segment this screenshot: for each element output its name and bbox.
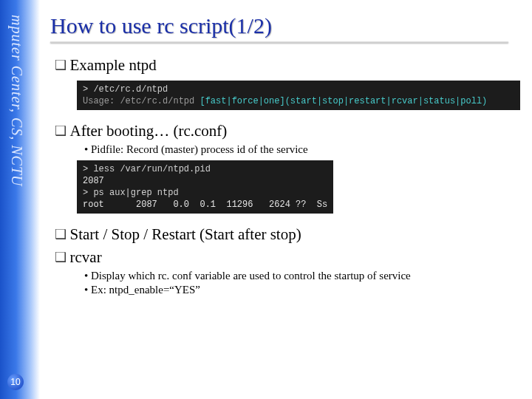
slide-content: How to use rc script(1/2) Example ntpd >… (50, 13, 523, 301)
term-usage-path: /etc/rc.d/ntpd (120, 96, 200, 106)
terminal-ntpd-usage: > /etc/rc.d/ntpd Usage: /etc/rc.d/ntpd [… (77, 81, 520, 110)
bullet-rcvar-display: Display which rc. conf variable are used… (84, 270, 523, 282)
section-heading-after-booting: After booting… (rc.conf) (55, 122, 523, 140)
section-heading-start-stop-restart: Start / Stop / Restart (Start after stop… (55, 225, 523, 244)
term-command: less /var/run/ntpd.pid (93, 164, 210, 174)
section-heading-rcvar: rcvar (55, 248, 523, 267)
slide-title: How to use rc script(1/2) (50, 13, 523, 38)
term-prompt: > (83, 84, 93, 95)
terminal-pid-ps: > less /var/run/ntpd.pid 2087 > ps aux|g… (77, 160, 333, 214)
term-prompt: > (83, 188, 93, 198)
bullet-rcvar-example: Ex: ntpd_enable=“YES” (84, 284, 523, 296)
section-heading-example-ntpd: Example ntpd (55, 56, 523, 75)
term-prompt: > (83, 164, 93, 174)
sidebar-label: mputer Center, CS, NCTU (4, 15, 25, 207)
term-usage-opts: [fast|force|one](start|stop|restart|rcva… (200, 96, 487, 106)
term-command: ps aux|grep ntpd (93, 188, 178, 198)
page-number-badge: 10 (7, 374, 24, 390)
term-output: root 2087 0.0 0.1 11296 2624 ?? Ss (83, 200, 327, 210)
term-usage-label: Usage: (83, 96, 120, 106)
bullet-pidfile: Pidfile: Record (master) process id of t… (84, 143, 523, 156)
title-underline (50, 41, 508, 43)
term-output: 2087 (83, 176, 104, 186)
term-command: /etc/rc.d/ntpd (93, 84, 168, 95)
